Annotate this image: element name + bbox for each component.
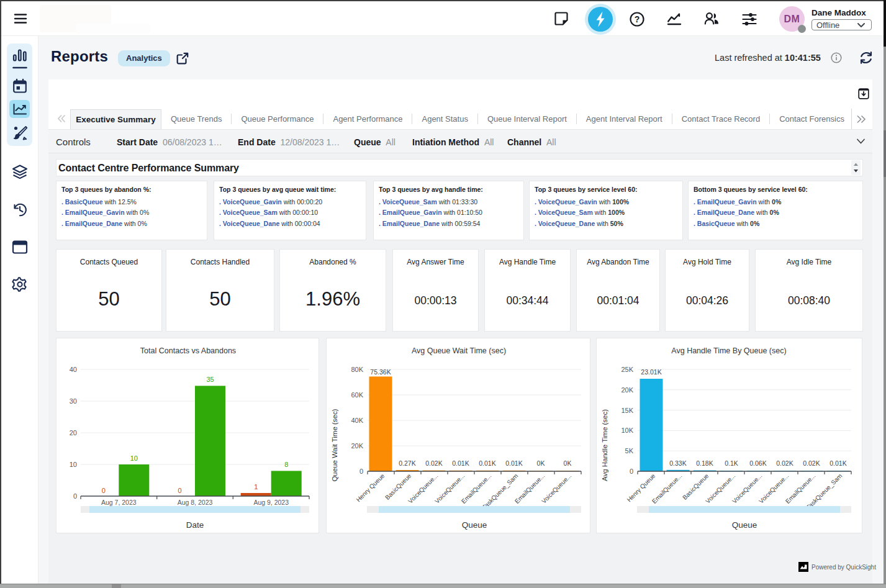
svg-text:0K: 0K <box>564 459 572 467</box>
svg-text:20K: 20K <box>351 442 363 450</box>
svg-text:Total Contacts vs Abandons: Total Contacts vs Abandons <box>140 346 236 355</box>
svg-text:8: 8 <box>284 461 288 468</box>
svg-text:0.27K: 0.27K <box>399 459 415 467</box>
svg-text:0.01K: 0.01K <box>452 459 469 467</box>
svg-text:20K: 20K <box>621 386 633 394</box>
svg-text:Queue: Queue <box>732 520 757 530</box>
svg-text:0K: 0K <box>537 459 545 467</box>
svg-text:60K: 60K <box>351 391 363 399</box>
svg-text:10K: 10K <box>621 427 633 434</box>
svg-text:Queue: Queue <box>462 520 487 530</box>
svg-text:0: 0 <box>102 487 106 494</box>
svg-text:BasicQueue: BasicQueue <box>681 472 710 501</box>
svg-text:Aug 8, 2023: Aug 8, 2023 <box>178 499 213 506</box>
svg-text:0.02K: 0.02K <box>803 459 820 467</box>
svg-text:35: 35 <box>206 376 214 383</box>
svg-text:23.01K: 23.01K <box>641 368 661 376</box>
svg-text:0.1K: 0.1K <box>725 459 738 467</box>
svg-text:0: 0 <box>359 468 363 475</box>
svg-text:0: 0 <box>178 487 181 494</box>
svg-text:0.02K: 0.02K <box>776 459 793 467</box>
svg-text:Avg Handle Time By Queue (sec): Avg Handle Time By Queue (sec) <box>671 346 786 355</box>
svg-text:1: 1 <box>254 483 258 491</box>
svg-text:?: ? <box>635 14 640 24</box>
svg-text:Henry Queue: Henry Queue <box>355 472 386 503</box>
svg-text:40K: 40K <box>351 417 363 424</box>
svg-text:30: 30 <box>70 397 77 405</box>
svg-text:0.33K: 0.33K <box>669 459 686 467</box>
svg-text:Date: Date <box>186 520 204 530</box>
svg-text:Aug 7, 2023: Aug 7, 2023 <box>101 499 137 506</box>
svg-text:0.01K: 0.01K <box>505 459 522 467</box>
svg-text:80K: 80K <box>351 366 363 373</box>
svg-text:0: 0 <box>73 492 77 500</box>
svg-text:Avg Queue Wait Time (sec): Avg Queue Wait Time (sec) <box>412 346 506 355</box>
svg-text:0.01K: 0.01K <box>479 459 495 467</box>
svg-text:10: 10 <box>70 461 77 468</box>
svg-text:20: 20 <box>70 429 77 436</box>
svg-text:75.36K: 75.36K <box>370 368 391 376</box>
svg-text:40: 40 <box>70 366 77 373</box>
svg-text:0.18K: 0.18K <box>696 459 713 467</box>
svg-text:15K: 15K <box>621 407 633 414</box>
svg-text:0.01K: 0.01K <box>829 459 846 467</box>
svg-text:Avg Handle Time (sec): Avg Handle Time (sec) <box>601 409 608 481</box>
svg-text:Queue Wait Time (sec): Queue Wait Time (sec) <box>331 409 338 481</box>
svg-text:0: 0 <box>630 468 633 475</box>
svg-text:Aug 9, 2023: Aug 9, 2023 <box>253 499 289 506</box>
svg-text:25K: 25K <box>621 366 633 373</box>
svg-text:0.02K: 0.02K <box>425 459 442 467</box>
svg-text:10: 10 <box>130 455 138 462</box>
svg-text:5K: 5K <box>625 447 634 455</box>
svg-text:0.06K: 0.06K <box>749 459 766 467</box>
svg-text:BasicQueue: BasicQueue <box>384 472 413 501</box>
